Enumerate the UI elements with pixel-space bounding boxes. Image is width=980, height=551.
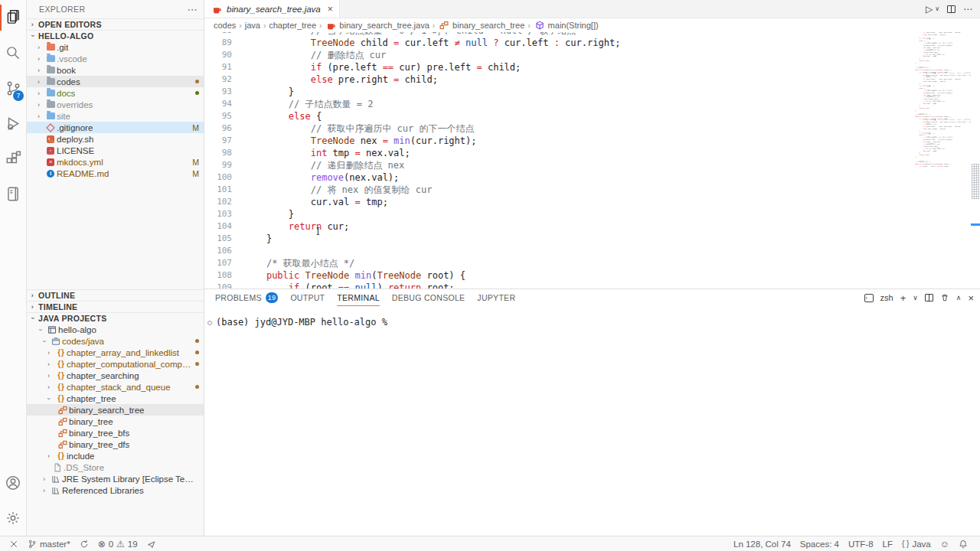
activity-accounts[interactable] bbox=[0, 465, 26, 500]
tree-item-chapter-stack-and-queue[interactable]: ›{ }chapter_stack_and_queue bbox=[27, 381, 204, 393]
tree-item-include[interactable]: ›{ }include bbox=[27, 450, 204, 461]
tree-item-readme-md[interactable]: iREADME.mdM bbox=[27, 168, 204, 179]
close-panel-icon[interactable]: × bbox=[968, 292, 974, 304]
code-text: // 递归删除结点 nex bbox=[244, 159, 404, 171]
activity-source-control[interactable]: 7 bbox=[0, 70, 26, 106]
code-line-109: 109 if (root == null) return root; bbox=[204, 282, 911, 289]
tree-item-chapter-computational-complexity[interactable]: ›{ }chapter_computational_complexity bbox=[27, 358, 204, 370]
minimap[interactable]: // 当子结点数量 = 0 / 1 时， child = null / 该子结点… bbox=[911, 32, 971, 289]
tree-item-binary-tree-bfs[interactable]: binary_tree_bfs bbox=[27, 427, 204, 439]
tree-item-label: hello-algo bbox=[58, 325, 96, 334]
tree-item-hello-algo[interactable]: ›hello-algo bbox=[27, 324, 204, 335]
sync-status[interactable] bbox=[75, 536, 93, 551]
new-terminal-icon[interactable]: + bbox=[900, 292, 906, 304]
panel-tab-problems[interactable]: PROBLEMS19 bbox=[215, 289, 278, 306]
tree-item-codes[interactable]: ›codes bbox=[27, 76, 204, 87]
breadcrumb-item-codes[interactable]: codes bbox=[214, 21, 236, 30]
trash-icon[interactable] bbox=[940, 293, 949, 302]
modified-dot-icon bbox=[195, 339, 199, 343]
activity-explorer[interactable] bbox=[0, 0, 26, 35]
tree-item-label: chapter_array_and_linkedlist bbox=[67, 348, 179, 357]
terminal[interactable]: (base) jyd@JYD-MBP hello-algo % bbox=[204, 306, 980, 536]
tree-item-jre-system-library-eclipse-temurin-17-17[interactable]: ›JRE System Library [Eclipse Temurin 17 … bbox=[27, 473, 204, 484]
split-editor-icon[interactable] bbox=[947, 5, 956, 13]
tree-item-referenced-libraries[interactable]: ›Referenced Libraries bbox=[27, 484, 204, 496]
braces-icon: { } bbox=[54, 360, 67, 368]
more-actions-icon[interactable]: ⋯ bbox=[188, 4, 198, 15]
share-status[interactable] bbox=[142, 536, 161, 551]
chevron-right-icon: › bbox=[38, 475, 50, 483]
chevron-down-icon: › bbox=[29, 31, 37, 42]
workspace-root[interactable]: › HELLO-ALGO bbox=[27, 30, 204, 41]
tree-item-chapter-array-and-linkedlist[interactable]: ›{ }chapter_array_and_linkedlist bbox=[27, 347, 204, 358]
tab-binary-search-tree[interactable]: binary_search_tree.java × bbox=[204, 0, 340, 18]
cursor-position[interactable]: Ln 128, Col 74 bbox=[729, 536, 795, 551]
language-mode[interactable]: { } Java bbox=[897, 536, 936, 551]
tree-item-docs[interactable]: ›docs bbox=[27, 87, 204, 99]
tree-item-binary-search-tree[interactable]: binary_search_tree bbox=[27, 404, 204, 416]
tree-item-label: binary_tree bbox=[69, 417, 113, 426]
folder-slate bbox=[44, 67, 57, 73]
shell-name[interactable]: zsh bbox=[880, 293, 893, 302]
class-icon bbox=[57, 417, 69, 426]
code-line-104: 104 return cur; bbox=[204, 220, 911, 233]
problems-badge: 19 bbox=[266, 292, 279, 303]
activity-extensions[interactable] bbox=[0, 141, 26, 176]
tree-item-gitignore[interactable]: .gitignoreM bbox=[27, 122, 204, 133]
tree-item-overrides[interactable]: ›overrides bbox=[27, 99, 204, 110]
panel-tab-terminal[interactable]: TERMINAL bbox=[337, 289, 380, 306]
code-editor[interactable]: 88 // 当子结点数量 = 0 / 1 时， child = null / 该… bbox=[204, 32, 980, 289]
notifications-bell[interactable] bbox=[954, 536, 972, 551]
encoding[interactable]: UTF-8 bbox=[844, 536, 878, 551]
code-text: } bbox=[244, 86, 294, 98]
feedback-smiley-icon[interactable]: ☺ bbox=[936, 536, 954, 551]
indentation[interactable]: Spaces: 4 bbox=[795, 536, 844, 551]
activity-run-debug[interactable] bbox=[0, 106, 26, 141]
folder-slate bbox=[44, 101, 57, 108]
gear-icon bbox=[5, 510, 21, 527]
outline-section[interactable]: › OUTLINE bbox=[27, 289, 204, 301]
tree-item-vscode[interactable]: ›.vscode bbox=[27, 53, 204, 64]
tree-item-git[interactable]: ›.git bbox=[27, 41, 204, 53]
activity-search[interactable] bbox=[0, 35, 26, 70]
tree-item-chapter-tree[interactable]: ›{ }chapter_tree bbox=[27, 393, 204, 404]
java-projects-section[interactable]: › JAVA PROJECTS bbox=[27, 312, 204, 324]
maximize-panel-icon[interactable]: ∧ bbox=[956, 294, 962, 302]
breadcrumb-item-chapter-tree[interactable]: chapter_tree bbox=[269, 21, 316, 30]
tree-item-book[interactable]: ›book bbox=[27, 64, 204, 76]
activity-notebook[interactable] bbox=[0, 176, 26, 211]
library-icon bbox=[50, 474, 62, 484]
breadcrumb-item-java[interactable]: java bbox=[245, 21, 260, 30]
more-actions-icon[interactable]: ⋯ bbox=[963, 4, 972, 15]
eol-sequence[interactable]: LF bbox=[878, 536, 897, 551]
tree-item-site[interactable]: ›site bbox=[27, 110, 204, 122]
account-icon bbox=[5, 474, 21, 491]
split-terminal-icon[interactable] bbox=[925, 294, 933, 302]
code-text: cur.val = tmp; bbox=[244, 196, 388, 208]
breadcrumb-item-binary-search-tree-java[interactable]: binary_search_tree.java bbox=[325, 21, 429, 30]
tree-item-binary-tree[interactable]: binary_tree bbox=[27, 416, 204, 427]
breadcrumb-item-main-string[interactable]: main(String[]) bbox=[534, 21, 599, 30]
git-branch-status[interactable]: master* bbox=[23, 536, 75, 551]
tree-item-license[interactable]: ◦LICENSE bbox=[27, 145, 204, 156]
tree-item-mkdocs-yml[interactable]: ≡mkdocs.ymlM bbox=[27, 156, 204, 168]
close-icon[interactable]: × bbox=[328, 4, 333, 15]
breadcrumb-item-binary-search-tree[interactable]: binary_search_tree bbox=[438, 21, 524, 30]
tree-item-ds-store[interactable]: .DS_Store bbox=[27, 461, 204, 473]
tree-item-codes-java[interactable]: ›codes/java bbox=[27, 335, 204, 347]
open-editors-section[interactable]: › OPEN EDITORS bbox=[27, 18, 204, 30]
problems-status[interactable]: ⊗ 0 ⚠ 19 bbox=[93, 536, 142, 551]
panel-tab-output[interactable]: OUTPUT bbox=[290, 289, 325, 306]
run-icon[interactable]: ▷ bbox=[926, 4, 933, 15]
terminal-dropdown-icon[interactable]: ∨ bbox=[913, 294, 918, 302]
panel-tab-debug-console[interactable]: DEBUG CONSOLE bbox=[392, 289, 466, 306]
activity-settings[interactable] bbox=[0, 500, 26, 536]
tree-item-deploy-sh[interactable]: ›_deploy.sh bbox=[27, 133, 204, 145]
timeline-section[interactable]: › TIMELINE bbox=[27, 301, 204, 312]
panel-tab-label: JUPYTER bbox=[477, 293, 515, 302]
tree-item-chapter-searching[interactable]: ›{ }chapter_searching bbox=[27, 370, 204, 381]
panel-tab-jupyter[interactable]: JUPYTER bbox=[477, 289, 515, 306]
run-dropdown-icon[interactable]: ∨ bbox=[935, 5, 939, 12]
remote-indicator[interactable] bbox=[5, 536, 23, 551]
tree-item-binary-tree-dfs[interactable]: binary_tree_dfs bbox=[27, 439, 204, 450]
